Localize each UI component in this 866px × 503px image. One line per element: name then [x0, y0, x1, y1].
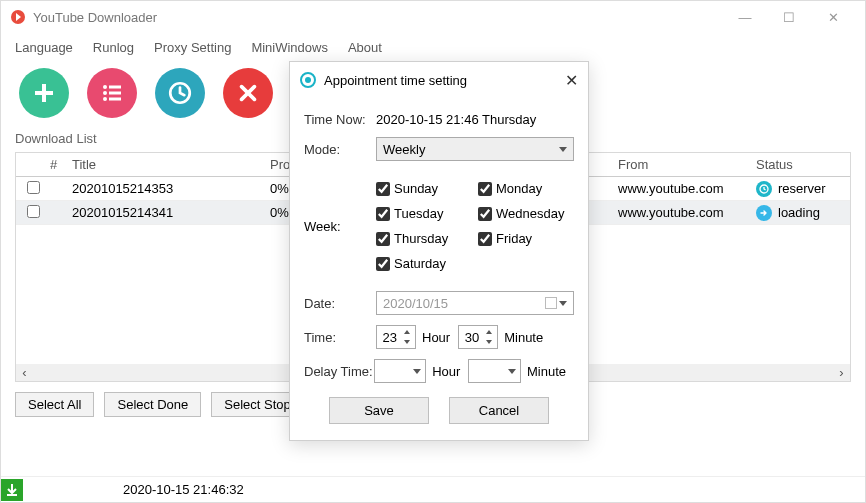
svg-rect-5	[109, 98, 121, 101]
chevron-down-icon	[508, 369, 516, 374]
day-wednesday[interactable]: Wednesday	[478, 206, 574, 221]
app-logo-icon	[11, 10, 25, 24]
save-button[interactable]: Save	[329, 397, 429, 424]
download-status-icon[interactable]	[1, 479, 23, 501]
date-label: Date:	[304, 296, 376, 311]
dialog-close-button[interactable]: ✕	[565, 71, 578, 90]
menu-about[interactable]: About	[340, 36, 390, 59]
delay-label: Delay Time:	[304, 364, 374, 379]
svg-rect-1	[109, 86, 121, 89]
menu-miniwindows[interactable]: MiniWindows	[243, 36, 336, 59]
window-title: YouTube Downloader	[33, 10, 157, 25]
delay-minute-text: Minute	[527, 364, 566, 379]
delay-hour-text: Hour	[432, 364, 460, 379]
time-now-label: Time Now:	[304, 112, 376, 127]
menu-language[interactable]: Language	[7, 36, 81, 59]
hour-text: Hour	[422, 330, 450, 345]
day-tuesday[interactable]: Tuesday	[376, 206, 472, 221]
window-titlebar: YouTube Downloader — ☐ ✕	[1, 1, 865, 33]
mode-select[interactable]: Weekly	[376, 137, 574, 161]
menu-bar: Language Runlog Proxy Setting MiniWindow…	[1, 33, 865, 61]
appointment-dialog: Appointment time setting ✕ Time Now: 202…	[289, 61, 589, 441]
day-friday[interactable]: Friday	[478, 231, 574, 246]
day-saturday[interactable]: Saturday	[376, 256, 472, 271]
maximize-button[interactable]: ☐	[767, 2, 811, 32]
plus-icon	[32, 81, 56, 105]
select-done-button[interactable]: Select Done	[104, 392, 201, 417]
clock-icon	[167, 80, 193, 106]
close-icon	[237, 82, 259, 104]
minimize-button[interactable]: —	[723, 2, 767, 32]
minute-text: Minute	[504, 330, 543, 345]
dialog-title: Appointment time setting	[324, 73, 467, 88]
dialog-icon	[300, 72, 316, 88]
delete-button[interactable]	[223, 68, 273, 118]
list-button[interactable]	[87, 68, 137, 118]
day-thursday[interactable]: Thursday	[376, 231, 472, 246]
minute-spinner[interactable]: 30	[458, 325, 498, 349]
cell-status: reserver	[778, 181, 826, 196]
cell-title: 20201015214353	[72, 181, 270, 196]
cell-from: www.youtube.com	[618, 181, 756, 196]
time-now-value: 2020-10-15 21:46 Thursday	[376, 112, 536, 127]
week-label: Week:	[304, 171, 376, 281]
mode-label: Mode:	[304, 142, 376, 157]
status-bar: 2020-10-15 21:46:32	[1, 476, 865, 502]
delay-minute-select[interactable]	[468, 359, 521, 383]
row-checkbox[interactable]	[27, 205, 40, 218]
cell-status: loading	[778, 205, 820, 220]
col-status[interactable]: Status	[756, 157, 850, 172]
list-icon	[100, 81, 124, 105]
hour-spinner[interactable]: 23	[376, 325, 416, 349]
day-monday[interactable]: Monday	[478, 181, 574, 196]
col-title[interactable]: Title	[72, 157, 270, 172]
day-sunday[interactable]: Sunday	[376, 181, 472, 196]
col-from[interactable]: From	[618, 157, 756, 172]
col-num[interactable]: #	[50, 157, 72, 172]
select-all-button[interactable]: Select All	[15, 392, 94, 417]
status-icon	[756, 181, 772, 197]
close-window-button[interactable]: ✕	[811, 2, 855, 32]
scroll-right-icon[interactable]: ›	[833, 364, 850, 381]
cancel-button[interactable]: Cancel	[449, 397, 549, 424]
status-icon	[756, 205, 772, 221]
svg-point-4	[103, 97, 107, 101]
menu-proxy[interactable]: Proxy Setting	[146, 36, 239, 59]
cell-title: 20201015214341	[72, 205, 270, 220]
chevron-down-icon	[559, 147, 567, 152]
time-label: Time:	[304, 330, 376, 345]
date-input[interactable]: 2020/10/15	[376, 291, 574, 315]
calendar-icon	[545, 297, 567, 309]
scroll-left-icon[interactable]: ‹	[16, 364, 33, 381]
chevron-down-icon	[413, 369, 421, 374]
schedule-button[interactable]	[155, 68, 205, 118]
add-button[interactable]	[19, 68, 69, 118]
cell-from: www.youtube.com	[618, 205, 756, 220]
row-checkbox[interactable]	[27, 181, 40, 194]
delay-hour-select[interactable]	[374, 359, 427, 383]
svg-rect-3	[109, 92, 121, 95]
svg-point-0	[103, 85, 107, 89]
menu-runlog[interactable]: Runlog	[85, 36, 142, 59]
svg-point-2	[103, 91, 107, 95]
status-time: 2020-10-15 21:46:32	[123, 482, 244, 497]
